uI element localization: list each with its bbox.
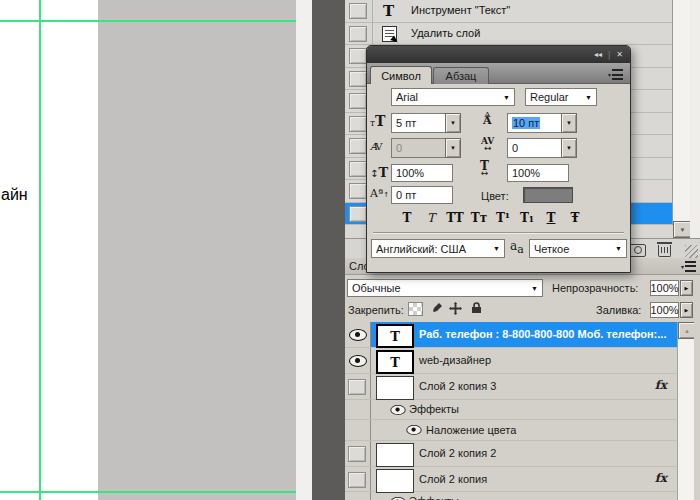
layer-effects-row-partial[interactable]: Эффекты [345,492,677,500]
scroll-down-icon: ▼ [680,227,686,233]
blend-mode-select[interactable]: Обычные ▼ [347,279,543,297]
layer-row-rab-telefon[interactable]: T Раб. телефон : 8-800-800-800 Моб. теле… [345,322,677,348]
language-select[interactable]: Английский: США ▼ [371,239,505,258]
fill-slider-button[interactable]: ▶ [680,302,693,318]
opacity-slider-button[interactable]: ▶ [680,280,693,296]
layer-effect-color-overlay-row[interactable]: Наложение цвета [345,420,677,441]
text-tool-icon: T [383,2,394,20]
font-size-dropdown-button[interactable]: ▼ [445,113,461,133]
eye-icon[interactable] [390,405,405,415]
lock-pixels-icon[interactable] [429,301,444,315]
eye-icon[interactable] [349,329,367,341]
font-style-select[interactable]: Regular ▼ [525,88,597,106]
text-layer-thumbnail[interactable]: T [376,324,414,348]
layer-fx-icon[interactable]: fx [655,378,667,392]
history-panel-edge [690,0,700,238]
font-size-field[interactable]: 5 пт [391,113,446,133]
layers-menu-icon[interactable]: ▾ [681,261,696,272]
fill-value[interactable]: 100% [650,302,679,318]
visibility-checkbox[interactable] [348,446,366,462]
history-scrollbar[interactable]: ▼ [673,0,690,238]
vertical-scale-icon [370,165,388,180]
close-icon[interactable]: ✕ [616,51,623,59]
delete-state-icon[interactable] [658,245,671,257]
workspace-divider [312,0,345,500]
chevron-down-icon: ▼ [585,94,592,101]
all-caps-button[interactable]: TT [445,211,465,225]
collapse-to-icons-icon[interactable]: ◂◂ [594,51,602,59]
history-state-delete-layer[interactable]: Удалить слой [345,23,672,46]
layers-scrollbar[interactable]: ▲ [677,322,694,500]
pixel-layer-thumbnail[interactable] [376,469,414,493]
lock-position-icon[interactable] [448,301,463,315]
horizontal-scale-field[interactable]: 100% [507,164,569,182]
pixel-layer-thumbnail[interactable] [376,376,414,400]
superscript-button[interactable]: T¹ [493,211,513,225]
eye-icon[interactable] [406,425,421,435]
layers-panel: Слои ▾ Обычные ▼ Непрозрачность: 100% ▶ … [345,258,700,500]
history-source-checkbox[interactable] [349,161,367,177]
history-source-checkbox[interactable] [349,3,367,19]
divider [373,232,624,233]
character-panel: ◂◂ | ✕ Символ Абзац ▾ Arial ▼ Regular [366,45,631,273]
small-caps-button[interactable]: Tт [469,211,489,225]
text-color-swatch[interactable] [523,187,573,203]
layer-fx-icon[interactable]: fx [655,471,667,485]
color-label: Цвет: [481,190,509,202]
chevron-down-icon: ▼ [493,245,500,252]
text-layer-thumbnail[interactable]: T [376,350,414,374]
tab-paragraph[interactable]: Абзац [433,67,489,84]
history-source-checkbox[interactable] [349,206,367,222]
character-panel-tabs: Символ Абзац ▾ [367,63,630,84]
font-family-select[interactable]: Arial ▼ [391,88,515,106]
baseline-shift-icon [370,187,389,200]
visibility-checkbox[interactable] [348,472,366,488]
kerning-dropdown-button[interactable]: ▼ [445,138,461,158]
new-snapshot-icon[interactable] [629,244,646,257]
history-state-text-tool[interactable]: T Инструмент "Текст" [345,0,672,23]
canvas-text-fragment: айн [1,186,28,204]
panel-resize-grip[interactable] [685,245,698,258]
tracking-field[interactable]: 0 [507,138,562,158]
faux-italic-button[interactable]: T [421,211,441,225]
strikethrough-button[interactable]: Ŧ [565,211,585,225]
leading-dropdown-button[interactable]: ▼ [561,113,577,133]
layer-row-sloy-2-kopiya-3[interactable]: Слой 2 копия 3 fx ▲ [345,374,677,400]
character-menu-icon[interactable]: ▾ [608,69,623,80]
baseline-shift-field[interactable]: 0 пт [391,186,453,204]
vertical-scale-field[interactable]: 100% [391,164,453,182]
layers-list: T Раб. телефон : 8-800-800-800 Моб. теле… [345,322,677,500]
tab-character[interactable]: Символ [370,66,432,84]
kerning-field[interactable]: 0 [391,138,446,158]
character-panel-titlebar[interactable]: ◂◂ | ✕ [367,46,630,63]
history-source-checkbox[interactable] [349,26,367,42]
history-source-checkbox[interactable] [349,183,367,199]
layer-effects-row[interactable]: Эффекты [345,400,677,420]
underline-button[interactable]: T [541,211,561,225]
lock-all-icon[interactable] [469,301,484,315]
layer-row-sloy-2-kopiya[interactable]: Слой 2 копия fx ▲ [345,467,677,492]
layer-row-web-designer[interactable]: T web-дизайнер [345,348,677,374]
history-source-checkbox[interactable] [349,48,367,64]
font-size-icon [370,113,385,129]
antialias-select[interactable]: Четкое ▼ [529,239,627,258]
history-source-checkbox[interactable] [349,93,367,109]
leading-icon [483,112,492,124]
lock-transparency-icon[interactable] [408,302,423,316]
layer-row-sloy-2-kopiya-2[interactable]: Слой 2 копия 2 [345,441,677,467]
eye-icon[interactable] [349,355,367,367]
history-source-checkbox[interactable] [349,116,367,132]
opacity-value[interactable]: 100% [650,280,679,296]
pixel-layer-thumbnail[interactable] [376,443,414,467]
tracking-dropdown-button[interactable]: ▼ [561,138,577,158]
kerning-icon [370,140,382,153]
leading-field[interactable]: 10 пт [507,113,562,133]
visibility-checkbox[interactable] [348,379,366,395]
subscript-button[interactable]: T₁ [517,211,537,225]
tracking-icon [481,138,494,152]
fill-label: Заливка: [596,304,641,316]
history-source-checkbox[interactable] [349,138,367,154]
photoshop-workspace: айн T Инструмент "Текст" Удалить слой [0,0,700,500]
faux-bold-button[interactable]: T [397,211,417,225]
history-source-checkbox[interactable] [349,71,367,87]
